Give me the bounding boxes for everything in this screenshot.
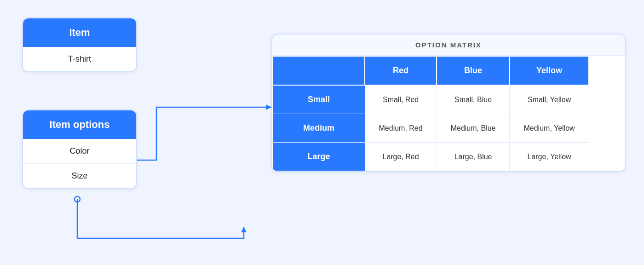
option-matrix: OPTION MATRIX Red Blue Yellow Small Smal… xyxy=(271,34,626,172)
cell-small-red: Small, Red xyxy=(365,85,437,114)
size-large: Large xyxy=(273,143,365,171)
size-small: Small xyxy=(273,85,365,114)
matrix-col-header-blue: Blue xyxy=(437,56,510,85)
matrix-col-header-yellow: Yellow xyxy=(510,56,589,85)
item-options-card: Item options Color Size xyxy=(22,109,137,189)
svg-point-2 xyxy=(75,196,80,202)
svg-marker-1 xyxy=(266,104,271,110)
cell-large-red: Large, Red xyxy=(365,143,437,171)
cell-medium-yellow: Medium, Yellow xyxy=(510,114,589,143)
item-options-card-body: Color Size xyxy=(23,139,136,188)
item-card-body: T-shirt xyxy=(23,47,136,71)
item-options-size-row: Size xyxy=(23,164,136,188)
canvas: Item T-shirt Item options Color Size OPT… xyxy=(9,8,635,257)
table-row: Medium Medium, Red Medium, Blue Medium, … xyxy=(273,114,589,143)
matrix-col-header-red: Red xyxy=(365,56,437,85)
table-row: Small Small, Red Small, Blue Small, Yell… xyxy=(273,85,589,114)
item-card-value: T-shirt xyxy=(23,47,136,71)
matrix-table: Red Blue Yellow Small Small, Red Small, … xyxy=(272,56,589,171)
item-options-card-header: Item options xyxy=(23,110,136,139)
item-card-header: Item xyxy=(23,18,136,47)
svg-marker-3 xyxy=(241,227,247,232)
matrix-title: OPTION MATRIX xyxy=(272,35,625,56)
table-row: Large Large, Red Large, Blue Large, Yell… xyxy=(273,143,589,171)
item-card: Item T-shirt xyxy=(22,17,137,72)
cell-large-blue: Large, Blue xyxy=(437,143,510,171)
cell-large-yellow: Large, Yellow xyxy=(510,143,589,171)
cell-small-yellow: Small, Yellow xyxy=(510,85,589,114)
cell-small-blue: Small, Blue xyxy=(437,85,510,114)
matrix-corner-header xyxy=(273,56,365,85)
cell-medium-red: Medium, Red xyxy=(365,114,437,143)
cell-medium-blue: Medium, Blue xyxy=(437,114,510,143)
item-options-color-row: Color xyxy=(23,139,136,164)
size-medium: Medium xyxy=(273,114,365,143)
